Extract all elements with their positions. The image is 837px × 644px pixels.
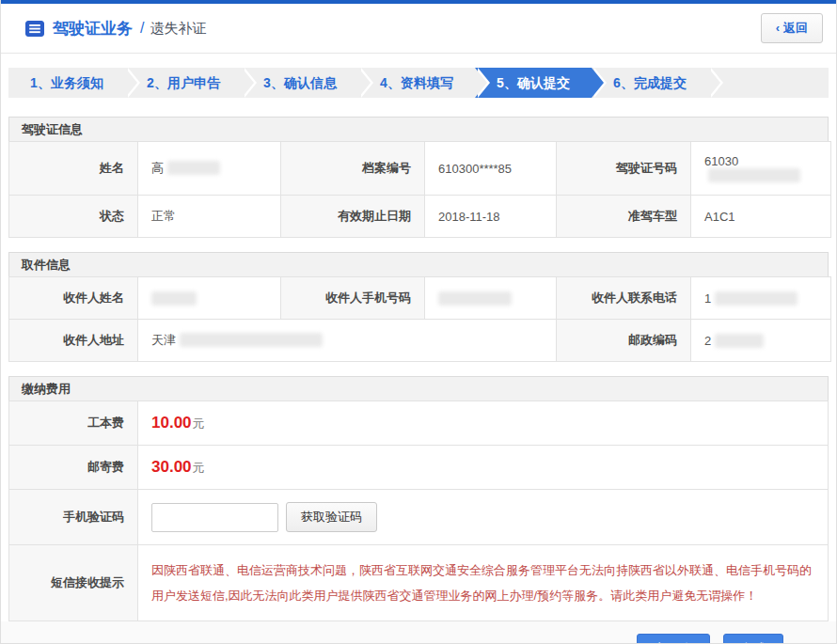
page: 驾驶证业务 / 遗失补证 ‹返回 1、业务须知2、用户申告3、确认信息4、资料填… xyxy=(0,0,837,644)
step-tab-1[interactable]: 1、业务须知 xyxy=(8,68,125,98)
page-header: 驾驶证业务 / 遗失补证 ‹返回 xyxy=(1,4,836,54)
field-label: 短信接收提示 xyxy=(9,545,138,621)
field-label: 邮政编码 xyxy=(557,320,691,362)
content-sections: 驾驶证信息姓名高档案编号610300****85驾驶证号码61030状态正常有效… xyxy=(8,98,829,621)
captcha-input[interactable] xyxy=(151,503,278,532)
value-text: 2018-11-18 xyxy=(438,210,500,224)
field-value: A1C1 xyxy=(691,196,831,238)
redacted-value xyxy=(715,291,798,306)
redacted-value xyxy=(438,291,512,306)
page-title: 驾驶证业务 xyxy=(53,18,133,39)
table-row: 收件人地址天津邮政编码2 xyxy=(9,320,831,362)
redacted-value xyxy=(151,291,197,306)
step-tab-4[interactable]: 4、资料填写 xyxy=(358,68,475,98)
value-text: 正常 xyxy=(151,209,176,223)
value-text: A1C1 xyxy=(704,210,735,224)
payment-table: 工本费10.00元邮寄费30.00元手机验证码获取验证码短信接收提示因陕西省联通… xyxy=(8,401,829,621)
table-row: 姓名高档案编号610300****85驾驶证号码61030 xyxy=(9,142,831,196)
license-list-icon xyxy=(25,21,44,37)
redacted-value xyxy=(180,333,323,347)
section-license-info: 驾驶证信息姓名高档案编号610300****85驾驶证号码61030状态正常有效… xyxy=(8,117,829,238)
value-text: 高 xyxy=(151,161,164,175)
chevron-left-icon: ‹ xyxy=(776,21,780,35)
back-button-label: 返回 xyxy=(783,21,808,35)
field-label: 工本费 xyxy=(9,401,138,446)
fee-value-cell: 10.00元 xyxy=(138,401,829,446)
field-value: 61030 xyxy=(691,142,831,196)
stepper-filler xyxy=(708,68,829,98)
table-row: 工本费10.00元 xyxy=(9,401,829,446)
breadcrumb-separator: / xyxy=(140,20,144,37)
value-text: 1 xyxy=(704,291,711,306)
field-label: 收件人姓名 xyxy=(9,277,138,320)
step-label: 1、业务须知 xyxy=(30,75,103,90)
step-tab-2[interactable]: 2、用户申告 xyxy=(125,68,242,98)
field-label: 收件人地址 xyxy=(9,320,138,362)
value-text: 610300****85 xyxy=(438,162,512,176)
field-value: 1 xyxy=(691,277,831,320)
license-info-table: 姓名高档案编号610300****85驾驶证号码61030状态正常有效期止日期2… xyxy=(8,141,831,238)
field-label: 准驾车型 xyxy=(557,196,691,238)
step-tab-6[interactable]: 6、完成提交 xyxy=(592,68,708,98)
table-row: 手机验证码获取验证码 xyxy=(9,490,829,545)
table-row: 邮寄费30.00元 xyxy=(9,446,829,490)
step-tab-3[interactable]: 3、确认信息 xyxy=(242,68,358,98)
table-row: 短信接收提示因陕西省联通、电信运营商技术问题，陕西省互联网交通安全综合服务管理平… xyxy=(9,545,829,621)
value-text: 2 xyxy=(704,334,711,348)
section-payment: 缴纳费用工本费10.00元邮寄费30.00元手机验证码获取验证码短信接收提示因陕… xyxy=(8,376,829,621)
fee-amount: 10.00 xyxy=(151,414,192,432)
step-label: 4、资料填写 xyxy=(380,75,453,90)
field-value: 2018-11-18 xyxy=(425,196,557,238)
get-captcha-button[interactable]: 获取验证码 xyxy=(286,502,377,532)
table-row: 状态正常有效期止日期2018-11-18准驾车型A1C1 xyxy=(9,196,831,238)
field-label: 有效期止日期 xyxy=(281,196,425,238)
captcha-cell: 获取验证码 xyxy=(138,490,829,545)
finish-button[interactable]: 完成 xyxy=(723,634,783,644)
section-title-pickup-info: 取件信息 xyxy=(8,252,829,276)
section-title-license-info: 驾驶证信息 xyxy=(8,117,829,141)
fee-amount: 30.00 xyxy=(151,458,192,476)
field-label: 状态 xyxy=(9,196,138,238)
redacted-value xyxy=(708,168,800,182)
step-label: 5、确认提交 xyxy=(497,75,570,90)
section-title-payment: 缴纳费用 xyxy=(8,376,829,401)
field-label: 邮寄费 xyxy=(9,446,138,490)
field-label: 姓名 xyxy=(9,142,138,196)
back-button[interactable]: ‹返回 xyxy=(761,13,823,43)
field-value: 天津 xyxy=(138,320,557,362)
fee-value-cell: 30.00元 xyxy=(138,446,829,490)
sms-notice-text: 因陕西省联通、电信运营商技术问题，陕西省互联网交通安全综合服务管理平台无法向持陕… xyxy=(138,545,829,621)
redacted-value xyxy=(715,334,764,348)
step-label: 6、完成提交 xyxy=(613,75,687,90)
redacted-value xyxy=(167,161,220,175)
field-value xyxy=(138,277,281,320)
value-text: 天津 xyxy=(151,333,176,347)
fee-unit: 元 xyxy=(193,461,205,475)
step-label: 2、用户申告 xyxy=(147,75,220,90)
value-text: 61030 xyxy=(704,154,738,168)
field-value: 610300****85 xyxy=(425,142,557,196)
footer-bar: 上一步 完成 xyxy=(1,621,836,644)
wizard-stepper: 1、业务须知2、用户申告3、确认信息4、资料填写5、确认提交6、完成提交 xyxy=(8,68,829,98)
field-value: 2 xyxy=(691,320,831,362)
breadcrumb-current: 遗失补证 xyxy=(150,20,206,38)
section-pickup-info: 取件信息收件人姓名收件人手机号码收件人联系电话1收件人地址天津邮政编码2 xyxy=(8,252,829,362)
step-tab-5[interactable]: 5、确认提交 xyxy=(475,68,592,98)
field-value xyxy=(425,277,557,320)
fee-unit: 元 xyxy=(193,416,205,431)
step-label: 3、确认信息 xyxy=(263,75,337,90)
pickup-info-table: 收件人姓名收件人手机号码收件人联系电话1收件人地址天津邮政编码2 xyxy=(8,276,831,362)
table-row: 收件人姓名收件人手机号码收件人联系电话1 xyxy=(9,277,831,320)
field-value: 高 xyxy=(138,142,281,196)
field-value: 正常 xyxy=(138,196,281,238)
previous-step-button[interactable]: 上一步 xyxy=(637,634,710,644)
field-label: 手机验证码 xyxy=(9,490,138,545)
field-label: 档案编号 xyxy=(281,142,425,196)
field-label: 驾驶证号码 xyxy=(557,142,691,196)
field-label: 收件人手机号码 xyxy=(281,277,425,320)
field-label: 收件人联系电话 xyxy=(557,277,691,320)
